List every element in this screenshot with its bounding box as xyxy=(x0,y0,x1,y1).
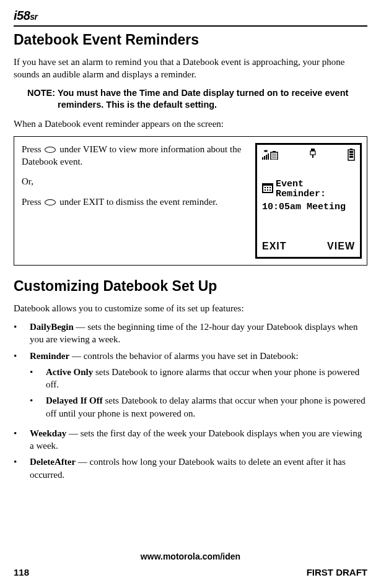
draft-label: FIRST DRAFT xyxy=(307,566,367,579)
subsetting-name-activeonly: Active Only xyxy=(46,367,93,377)
list-item: • DeleteAfter — controls how long your D… xyxy=(14,456,367,481)
svg-rect-19 xyxy=(265,189,266,191)
svg-rect-5 xyxy=(273,151,276,152)
footer-line: 118 FIRST DRAFT xyxy=(14,566,367,579)
list-item: • Weekday — sets the first day of the we… xyxy=(14,427,367,452)
setting-name-reminder: Reminder xyxy=(30,351,69,361)
footer-url: www.motorola.com/iden xyxy=(14,551,367,563)
setting-name-dailybegin: DailyBegin xyxy=(30,322,74,332)
svg-rect-17 xyxy=(267,187,268,188)
svg-rect-2 xyxy=(266,155,267,160)
logo-suffix: sr xyxy=(30,12,37,22)
list-item: • Delayed If Off sets Datebook to delay … xyxy=(30,394,367,420)
svg-rect-0 xyxy=(262,157,263,160)
calendar-icon xyxy=(262,183,273,197)
svg-rect-11 xyxy=(349,151,353,153)
svg-rect-1 xyxy=(264,156,265,160)
subsetting-desc-activeonly: sets Datebook to ignore alarms that occu… xyxy=(46,367,359,389)
press-exit-instruction: Press under EXIT to dismiss the event re… xyxy=(22,196,247,208)
connector-icon xyxy=(309,149,317,158)
settings-list: • DailyBegin — sets the beginning time o… xyxy=(14,321,367,481)
list-item: • Active Only sets Datebook to ignore al… xyxy=(30,366,367,391)
softkey-bar: EXIT VIEW xyxy=(262,240,355,253)
note-label: NOTE: xyxy=(27,87,55,111)
svg-rect-8 xyxy=(312,155,313,158)
event-time-text: 10:05am Meeting xyxy=(262,201,355,214)
device-logo: i58sr xyxy=(14,7,367,24)
list-item: • Reminder — controls the behavior of al… xyxy=(14,350,367,423)
or-text: Or, xyxy=(22,175,247,188)
signal-icon xyxy=(262,149,278,160)
svg-rect-20 xyxy=(267,189,268,191)
setting-name-weekday: Weekday xyxy=(30,428,66,438)
instruction-box: Press under VIEW to view more informatio… xyxy=(14,136,367,266)
press-view-instruction: Press under VIEW to view more informatio… xyxy=(22,143,247,168)
note-block: NOTE: You must have the Time and Date di… xyxy=(27,87,367,111)
phone-screen-mockup: Event Reminder: 10:05am Meeting EXIT VIE… xyxy=(255,143,362,259)
event-info: Event Reminder: 10:05am Meeting xyxy=(262,179,355,214)
setting-desc-weekday: — sets the first day of the week your Da… xyxy=(30,428,362,451)
customize-intro: Datebook allows you to customize some of… xyxy=(14,302,367,314)
when-paragraph: When a Datebook event reminder appears o… xyxy=(14,118,367,130)
instruction-text-column: Press under VIEW to view more informatio… xyxy=(22,143,250,259)
svg-rect-7 xyxy=(310,151,315,155)
header-divider xyxy=(14,25,367,27)
softkey-icon xyxy=(45,199,56,205)
note-text: You must have the Time and Date display … xyxy=(58,87,367,111)
svg-rect-15 xyxy=(263,186,272,192)
page-number: 118 xyxy=(14,566,29,579)
svg-rect-6 xyxy=(311,149,315,151)
section-heading-customizing: Customizing Datebook Set Up xyxy=(14,277,367,296)
svg-rect-3 xyxy=(268,153,269,160)
svg-rect-18 xyxy=(269,187,271,188)
setting-desc-dailybegin: — sets the beginning time of the 12-hour… xyxy=(30,322,358,344)
setting-desc-deleteafter: — controls how long your Datebook waits … xyxy=(30,457,346,479)
subsetting-name-delayedifoff: Delayed If Off xyxy=(46,396,103,405)
softkey-icon xyxy=(45,147,56,153)
event-reminder-label: Event Reminder: xyxy=(276,179,355,200)
softkey-right[interactable]: VIEW xyxy=(327,240,355,253)
intro-paragraph: If you have set an alarm to remind you t… xyxy=(14,56,367,81)
battery-icon xyxy=(348,149,355,161)
svg-rect-13 xyxy=(349,156,353,158)
svg-rect-12 xyxy=(349,153,353,155)
page-footer: www.motorola.com/iden 118 FIRST DRAFT xyxy=(14,551,367,579)
logo-main: i58 xyxy=(14,9,30,22)
list-item: • DailyBegin — sets the beginning time o… xyxy=(14,321,367,346)
setting-name-deleteafter: DeleteAfter xyxy=(30,457,76,467)
svg-rect-21 xyxy=(269,189,271,191)
reminder-sublist: • Active Only sets Datebook to ignore al… xyxy=(30,366,367,420)
section-heading-reminders: Datebook Event Reminders xyxy=(14,30,367,50)
phone-status-bar xyxy=(262,149,355,165)
event-reminder-line: Event Reminder: xyxy=(262,179,355,200)
setting-desc-reminder: — controls the behavior of alarms you ha… xyxy=(69,351,299,361)
svg-rect-16 xyxy=(265,187,266,188)
softkey-left[interactable]: EXIT xyxy=(262,240,287,253)
